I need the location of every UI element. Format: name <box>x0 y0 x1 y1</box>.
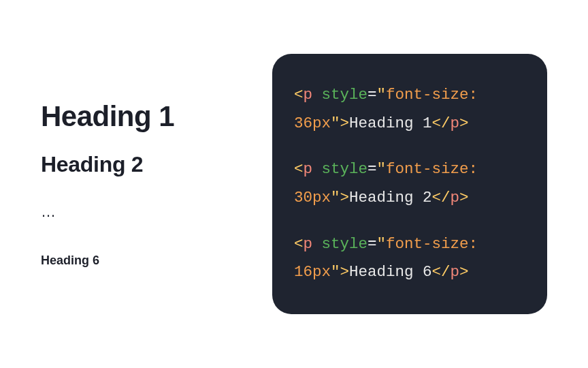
close-tag-name: p <box>451 114 460 132</box>
close-angle-close: > <box>459 189 469 206</box>
text-content: Heading 6 <box>349 263 432 281</box>
space <box>312 235 322 253</box>
close-tag-name: p <box>451 189 460 206</box>
code-block: <p style="font-size: 36px">Heading 1</p>… <box>272 54 547 314</box>
quote-open: " <box>377 235 387 253</box>
equals: = <box>368 235 377 253</box>
code-line-2: <p style="font-size: 30px">Heading 2</p> <box>294 155 525 212</box>
quote-open: " <box>377 86 387 104</box>
attr-name: style <box>322 86 368 104</box>
tag-name: p <box>304 235 313 253</box>
quote-open: " <box>377 160 387 178</box>
angle-close: > <box>340 189 350 206</box>
ellipsis: … <box>41 203 245 221</box>
close-angle-close: > <box>459 263 469 281</box>
equals: = <box>368 86 377 104</box>
quote-close: " <box>331 114 340 132</box>
space <box>312 160 322 178</box>
heading-6: Heading 6 <box>41 254 245 268</box>
angle-close: > <box>340 114 350 132</box>
code-line-3: <p style="font-size: 16px">Heading 6</p> <box>294 230 525 287</box>
close-tag-name: p <box>451 263 460 281</box>
close-angle-open: </ <box>432 114 451 132</box>
text-content: Heading 2 <box>349 189 432 206</box>
close-angle-open: </ <box>432 189 451 206</box>
angle-open: < <box>294 235 304 253</box>
space <box>312 86 322 104</box>
close-angle-open: </ <box>432 263 451 281</box>
tag-name: p <box>304 160 313 178</box>
quote-close: " <box>331 263 340 281</box>
angle-open: < <box>294 86 304 104</box>
heading-2: Heading 2 <box>41 152 245 177</box>
angle-close: > <box>340 263 350 281</box>
close-angle-close: > <box>459 114 469 132</box>
equals: = <box>368 160 377 178</box>
tag-name: p <box>304 86 313 104</box>
heading-1: Heading 1 <box>41 100 245 133</box>
preview-column: Heading 1 Heading 2 … Heading 6 <box>41 100 245 268</box>
attr-name: style <box>322 160 368 178</box>
text-content: Heading 1 <box>349 114 432 132</box>
code-line-1: <p style="font-size: 36px">Heading 1</p> <box>294 81 525 138</box>
angle-open: < <box>294 160 304 178</box>
quote-close: " <box>331 189 340 206</box>
attr-name: style <box>322 235 368 253</box>
